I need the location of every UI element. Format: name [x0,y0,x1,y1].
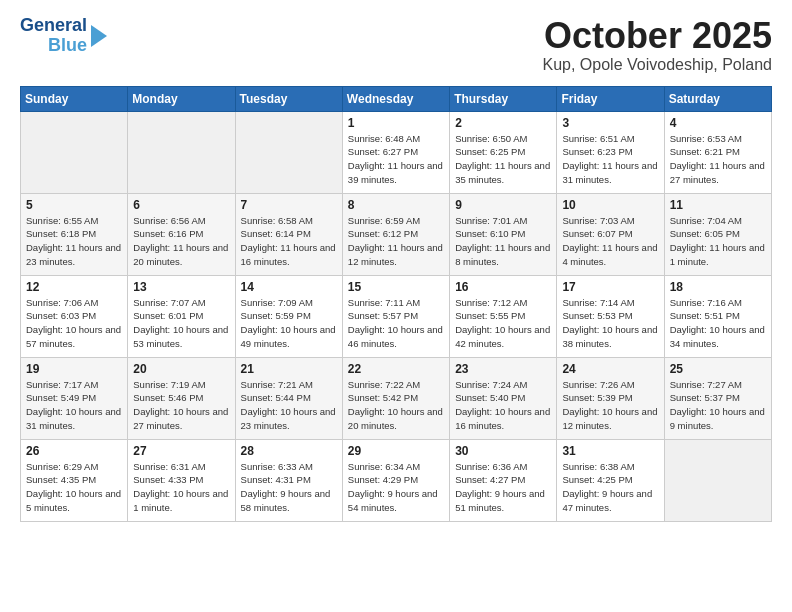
day-number: 30 [455,444,551,458]
day-number: 28 [241,444,337,458]
calendar-cell: 7 Sunrise: 6:58 AMSunset: 6:14 PMDayligh… [235,193,342,275]
title-block: October 2025 Kup, Opole Voivodeship, Pol… [543,16,773,74]
calendar-cell: 10 Sunrise: 7:03 AMSunset: 6:07 PMDaylig… [557,193,664,275]
day-info: Sunrise: 7:01 AMSunset: 6:10 PMDaylight:… [455,215,550,267]
calendar-cell: 2 Sunrise: 6:50 AMSunset: 6:25 PMDayligh… [450,111,557,193]
col-sunday: Sunday [21,86,128,111]
day-number: 17 [562,280,658,294]
col-saturday: Saturday [664,86,771,111]
day-info: Sunrise: 7:06 AMSunset: 6:03 PMDaylight:… [26,297,121,349]
calendar-cell: 13 Sunrise: 7:07 AMSunset: 6:01 PMDaylig… [128,275,235,357]
day-number: 2 [455,116,551,130]
day-number: 12 [26,280,122,294]
day-info: Sunrise: 6:29 AMSunset: 4:35 PMDaylight:… [26,461,121,513]
calendar-cell [664,439,771,521]
calendar-cell: 18 Sunrise: 7:16 AMSunset: 5:51 PMDaylig… [664,275,771,357]
day-info: Sunrise: 7:03 AMSunset: 6:07 PMDaylight:… [562,215,657,267]
calendar-header: Sunday Monday Tuesday Wednesday Thursday… [21,86,772,111]
calendar-cell: 31 Sunrise: 6:38 AMSunset: 4:25 PMDaylig… [557,439,664,521]
day-number: 9 [455,198,551,212]
calendar-cell: 20 Sunrise: 7:19 AMSunset: 5:46 PMDaylig… [128,357,235,439]
svg-marker-0 [91,25,107,47]
calendar-cell: 19 Sunrise: 7:17 AMSunset: 5:49 PMDaylig… [21,357,128,439]
day-number: 11 [670,198,766,212]
header-row: Sunday Monday Tuesday Wednesday Thursday… [21,86,772,111]
location-title: Kup, Opole Voivodeship, Poland [543,56,773,74]
day-info: Sunrise: 7:07 AMSunset: 6:01 PMDaylight:… [133,297,228,349]
calendar-cell: 9 Sunrise: 7:01 AMSunset: 6:10 PMDayligh… [450,193,557,275]
calendar-cell: 6 Sunrise: 6:56 AMSunset: 6:16 PMDayligh… [128,193,235,275]
day-info: Sunrise: 6:55 AMSunset: 6:18 PMDaylight:… [26,215,121,267]
col-wednesday: Wednesday [342,86,449,111]
day-info: Sunrise: 7:24 AMSunset: 5:40 PMDaylight:… [455,379,550,431]
day-info: Sunrise: 7:14 AMSunset: 5:53 PMDaylight:… [562,297,657,349]
calendar-cell: 17 Sunrise: 7:14 AMSunset: 5:53 PMDaylig… [557,275,664,357]
day-info: Sunrise: 6:56 AMSunset: 6:16 PMDaylight:… [133,215,228,267]
day-info: Sunrise: 6:50 AMSunset: 6:25 PMDaylight:… [455,133,550,185]
day-info: Sunrise: 7:22 AMSunset: 5:42 PMDaylight:… [348,379,443,431]
day-number: 20 [133,362,229,376]
day-info: Sunrise: 6:59 AMSunset: 6:12 PMDaylight:… [348,215,443,267]
logo: General Blue [20,16,107,56]
day-info: Sunrise: 6:38 AMSunset: 4:25 PMDaylight:… [562,461,652,513]
day-info: Sunrise: 7:26 AMSunset: 5:39 PMDaylight:… [562,379,657,431]
day-info: Sunrise: 6:33 AMSunset: 4:31 PMDaylight:… [241,461,331,513]
day-number: 29 [348,444,444,458]
day-info: Sunrise: 7:09 AMSunset: 5:59 PMDaylight:… [241,297,336,349]
day-number: 1 [348,116,444,130]
day-number: 18 [670,280,766,294]
calendar-page: General Blue October 2025 Kup, Opole Voi… [0,0,792,612]
day-info: Sunrise: 7:17 AMSunset: 5:49 PMDaylight:… [26,379,121,431]
logo-icon [89,25,107,47]
calendar-cell [21,111,128,193]
calendar-cell: 28 Sunrise: 6:33 AMSunset: 4:31 PMDaylig… [235,439,342,521]
day-number: 22 [348,362,444,376]
day-number: 4 [670,116,766,130]
day-info: Sunrise: 7:04 AMSunset: 6:05 PMDaylight:… [670,215,765,267]
col-friday: Friday [557,86,664,111]
calendar-cell: 15 Sunrise: 7:11 AMSunset: 5:57 PMDaylig… [342,275,449,357]
calendar-cell: 21 Sunrise: 7:21 AMSunset: 5:44 PMDaylig… [235,357,342,439]
header: General Blue October 2025 Kup, Opole Voi… [20,16,772,74]
day-number: 27 [133,444,229,458]
month-title: October 2025 [543,16,773,56]
day-number: 14 [241,280,337,294]
col-thursday: Thursday [450,86,557,111]
logo-blue: Blue [48,36,87,56]
calendar-cell: 5 Sunrise: 6:55 AMSunset: 6:18 PMDayligh… [21,193,128,275]
day-number: 3 [562,116,658,130]
calendar-cell: 1 Sunrise: 6:48 AMSunset: 6:27 PMDayligh… [342,111,449,193]
calendar-cell: 22 Sunrise: 7:22 AMSunset: 5:42 PMDaylig… [342,357,449,439]
day-info: Sunrise: 6:34 AMSunset: 4:29 PMDaylight:… [348,461,438,513]
day-number: 23 [455,362,551,376]
calendar-week-1: 1 Sunrise: 6:48 AMSunset: 6:27 PMDayligh… [21,111,772,193]
day-number: 26 [26,444,122,458]
calendar-cell: 8 Sunrise: 6:59 AMSunset: 6:12 PMDayligh… [342,193,449,275]
col-monday: Monday [128,86,235,111]
day-number: 6 [133,198,229,212]
day-info: Sunrise: 7:19 AMSunset: 5:46 PMDaylight:… [133,379,228,431]
calendar-cell: 3 Sunrise: 6:51 AMSunset: 6:23 PMDayligh… [557,111,664,193]
day-info: Sunrise: 7:11 AMSunset: 5:57 PMDaylight:… [348,297,443,349]
calendar-week-2: 5 Sunrise: 6:55 AMSunset: 6:18 PMDayligh… [21,193,772,275]
day-number: 7 [241,198,337,212]
day-info: Sunrise: 7:12 AMSunset: 5:55 PMDaylight:… [455,297,550,349]
calendar-week-4: 19 Sunrise: 7:17 AMSunset: 5:49 PMDaylig… [21,357,772,439]
calendar-cell: 16 Sunrise: 7:12 AMSunset: 5:55 PMDaylig… [450,275,557,357]
day-number: 13 [133,280,229,294]
day-number: 8 [348,198,444,212]
calendar-week-5: 26 Sunrise: 6:29 AMSunset: 4:35 PMDaylig… [21,439,772,521]
logo-general: General [20,16,87,36]
day-info: Sunrise: 6:31 AMSunset: 4:33 PMDaylight:… [133,461,228,513]
day-number: 19 [26,362,122,376]
day-info: Sunrise: 7:21 AMSunset: 5:44 PMDaylight:… [241,379,336,431]
col-tuesday: Tuesday [235,86,342,111]
calendar-cell: 30 Sunrise: 6:36 AMSunset: 4:27 PMDaylig… [450,439,557,521]
day-number: 16 [455,280,551,294]
day-number: 15 [348,280,444,294]
day-info: Sunrise: 6:53 AMSunset: 6:21 PMDaylight:… [670,133,765,185]
day-info: Sunrise: 6:48 AMSunset: 6:27 PMDaylight:… [348,133,443,185]
calendar-cell: 12 Sunrise: 7:06 AMSunset: 6:03 PMDaylig… [21,275,128,357]
calendar-cell: 24 Sunrise: 7:26 AMSunset: 5:39 PMDaylig… [557,357,664,439]
calendar-cell: 11 Sunrise: 7:04 AMSunset: 6:05 PMDaylig… [664,193,771,275]
